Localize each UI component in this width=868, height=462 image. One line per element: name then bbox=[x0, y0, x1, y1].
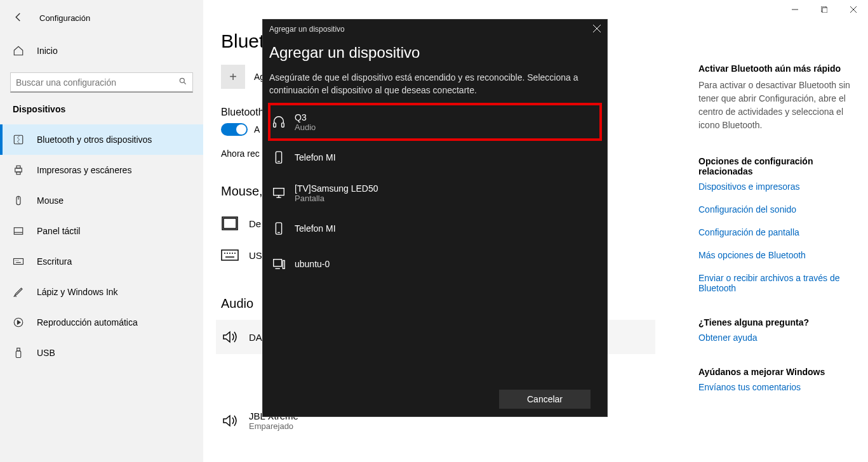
nav-item-keyboard[interactable]: Escritura bbox=[0, 246, 203, 277]
search-icon bbox=[178, 77, 187, 88]
sidebar: Configuración Inicio Dispositivos Blueto… bbox=[0, 0, 203, 462]
nav-label: USB bbox=[37, 348, 55, 358]
device-status: Emparejado bbox=[249, 421, 298, 431]
touchpad-icon bbox=[221, 216, 239, 230]
dialog-titlebar: Agregar un dispositivo bbox=[263, 20, 607, 39]
nav-item-mouse[interactable]: Mouse bbox=[0, 185, 203, 216]
svg-rect-34 bbox=[282, 123, 284, 127]
touchpad-icon bbox=[13, 225, 24, 237]
svg-rect-3 bbox=[17, 166, 20, 168]
nav-label: Reproducción automática bbox=[37, 317, 138, 327]
dialog-subtext: Asegúrate de que el dispositivo está enc… bbox=[269, 72, 601, 96]
device-item[interactable]: Telefon MI bbox=[269, 140, 601, 175]
device-item[interactable]: ubuntu-0 bbox=[269, 246, 601, 282]
add-device-dialog: Agregar un dispositivo Agregar un dispos… bbox=[262, 19, 608, 417]
device-name: De bbox=[249, 218, 261, 229]
device-name: DA bbox=[249, 332, 262, 343]
device-name: ubuntu-0 bbox=[295, 259, 330, 269]
device-name: Telefon MI bbox=[295, 223, 336, 234]
svg-rect-28 bbox=[822, 8, 827, 13]
back-icon[interactable] bbox=[13, 11, 24, 25]
cancel-button[interactable]: Cancelar bbox=[499, 390, 591, 409]
nav-label: Impresoras y escáneres bbox=[37, 165, 131, 175]
help-link[interactable]: Obtener ayuda bbox=[698, 333, 857, 343]
search-box[interactable] bbox=[10, 72, 193, 93]
device-type: Pantalla bbox=[295, 194, 378, 203]
svg-rect-42 bbox=[274, 260, 282, 267]
svg-rect-43 bbox=[283, 261, 284, 269]
svg-rect-15 bbox=[17, 348, 20, 352]
phone-icon bbox=[272, 221, 286, 235]
app-title: Configuración bbox=[39, 13, 90, 23]
phone-icon bbox=[272, 150, 286, 164]
headset-icon bbox=[272, 115, 286, 129]
nav-label: Lápiz y Windows Ink bbox=[37, 287, 118, 297]
tip-heading: Activar Bluetooth aún más rápido bbox=[698, 63, 857, 74]
add-button[interactable]: + bbox=[221, 65, 245, 89]
device-type: Audio bbox=[295, 122, 316, 132]
bluetooth-icon bbox=[13, 134, 24, 145]
section-label: Dispositivos bbox=[0, 102, 203, 124]
desktop-icon bbox=[272, 257, 286, 271]
related-heading: Opciones de configuración relacionadas bbox=[698, 156, 857, 176]
svg-rect-9 bbox=[14, 259, 23, 265]
help-heading: ¿Tienes alguna pregunta? bbox=[698, 317, 857, 327]
tip-text: Para activar o desactivar Bluetooth sin … bbox=[698, 79, 857, 132]
nav-item-pen[interactable]: Lápiz y Windows Ink bbox=[0, 277, 203, 307]
nav-item-bluetooth[interactable]: Bluetooth y otros dispositivos bbox=[0, 124, 203, 155]
nav-label: Escritura bbox=[37, 256, 72, 267]
search-input[interactable] bbox=[16, 77, 178, 88]
svg-rect-7 bbox=[14, 228, 23, 235]
autoplay-icon bbox=[13, 317, 24, 328]
device-item[interactable]: [TV]Samsung LED50Pantalla bbox=[269, 175, 601, 211]
device-name: [TV]Samsung LED50 bbox=[295, 183, 378, 194]
related-link[interactable]: Más opciones de Bluetooth bbox=[698, 250, 857, 260]
nav-item-touchpad[interactable]: Panel táctil bbox=[0, 216, 203, 246]
device-name: Telefon MI bbox=[295, 152, 336, 162]
keyboard-icon bbox=[13, 256, 24, 267]
pen-icon bbox=[13, 286, 24, 298]
related-link[interactable]: Enviar o recibir archivos a través de Bl… bbox=[698, 273, 857, 293]
toggle-state: A bbox=[254, 124, 260, 135]
maximize-button[interactable] bbox=[810, 0, 839, 19]
dialog-heading: Agregar un dispositivo bbox=[269, 44, 601, 62]
nav-item-printer[interactable]: Impresoras y escáneres bbox=[0, 155, 203, 185]
home-label: Inicio bbox=[37, 46, 58, 56]
related-link[interactable]: Dispositivos e impresoras bbox=[698, 182, 857, 192]
svg-rect-2 bbox=[15, 168, 22, 172]
svg-point-0 bbox=[180, 78, 184, 82]
nav-label: Mouse bbox=[37, 195, 63, 206]
device-name: Q3 bbox=[295, 112, 316, 122]
improve-link[interactable]: Envíanos tus comentarios bbox=[698, 382, 857, 392]
speaker-icon bbox=[221, 329, 239, 345]
device-item[interactable]: Q3Audio bbox=[269, 104, 601, 140]
speaker-icon bbox=[221, 412, 239, 429]
device-item[interactable]: Telefon MI bbox=[269, 211, 601, 246]
svg-rect-18 bbox=[222, 217, 237, 230]
svg-rect-37 bbox=[274, 188, 284, 195]
nav-home[interactable]: Inicio bbox=[0, 36, 203, 66]
related-link[interactable]: Configuración del sonido bbox=[698, 204, 857, 214]
minimize-button[interactable] bbox=[780, 0, 810, 19]
nav-item-usb[interactable]: USB bbox=[0, 338, 203, 368]
nav-item-autoplay[interactable]: Reproducción automática bbox=[0, 307, 203, 338]
nav-list: Bluetooth y otros dispositivosImpresoras… bbox=[0, 124, 203, 368]
info-pane: Activar Bluetooth aún más rápido Para ac… bbox=[698, 0, 857, 462]
nav-label: Panel táctil bbox=[37, 226, 80, 236]
bluetooth-toggle[interactable] bbox=[221, 123, 248, 136]
dialog-titlebar-text: Agregar un dispositivo bbox=[269, 25, 345, 34]
nav-label: Bluetooth y otros dispositivos bbox=[37, 135, 152, 145]
keyboard-icon bbox=[221, 249, 239, 261]
usb-icon bbox=[13, 347, 24, 359]
svg-rect-19 bbox=[222, 250, 238, 260]
window-controls bbox=[780, 0, 868, 19]
close-icon[interactable] bbox=[593, 24, 601, 34]
related-link[interactable]: Configuración de pantalla bbox=[698, 227, 857, 237]
printer-icon bbox=[13, 164, 24, 176]
close-button[interactable] bbox=[839, 0, 868, 19]
svg-rect-33 bbox=[274, 123, 276, 127]
svg-rect-4 bbox=[17, 172, 20, 175]
monitor-icon bbox=[272, 186, 286, 200]
mouse-icon bbox=[13, 195, 24, 206]
device-name: US bbox=[249, 250, 262, 261]
